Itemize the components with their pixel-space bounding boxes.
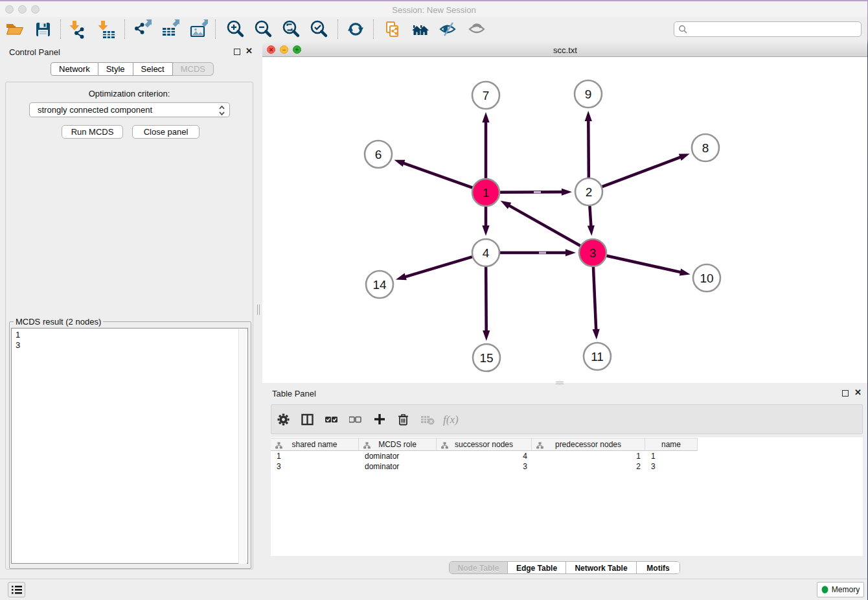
control-panel-tab-style[interactable]: Style	[98, 62, 133, 76]
cell-predecessor-nodes[interactable]: 2	[532, 461, 645, 472]
tree-hierarchy-icon	[536, 442, 543, 451]
edge-3-10[interactable]	[606, 256, 690, 276]
edge-label-4-3	[539, 252, 546, 254]
node-label-9: 9	[585, 87, 592, 101]
edge-4-15[interactable]	[483, 267, 490, 341]
table-tab-motifs[interactable]: Motifs	[637, 562, 680, 574]
column-header-MCDS-role[interactable]: MCDS role	[359, 438, 437, 451]
deselect-all-check-button[interactable]	[343, 408, 367, 431]
cell-MCDS-role[interactable]: dominator	[359, 451, 437, 461]
control-panel-close-button[interactable]: ✕	[246, 48, 253, 54]
control-panel-tab-mcds[interactable]: MCDS	[173, 62, 214, 76]
cell-name[interactable]: 3	[645, 461, 698, 472]
edge-3-11[interactable]	[593, 267, 600, 340]
graph-node-3[interactable]: 3	[579, 239, 606, 266]
node-label-7: 7	[483, 89, 490, 102]
task-history-button[interactable]	[8, 582, 25, 597]
graph-node-1[interactable]: 1	[472, 179, 499, 206]
graph-node-10[interactable]: 10	[693, 264, 720, 292]
table-row-3[interactable]: 3dominator323	[271, 461, 698, 472]
show-graphics-details-button[interactable]	[466, 18, 489, 40]
cell-successor-nodes[interactable]: 3	[437, 461, 532, 472]
table-row-1[interactable]: 1dominator411	[271, 451, 698, 461]
cell-shared-name[interactable]: 3	[271, 461, 359, 472]
cell-name[interactable]: 1	[645, 451, 698, 461]
edge-3-1[interactable]	[501, 201, 580, 246]
graph-node-6[interactable]: 6	[365, 141, 392, 168]
table-tab-node-table[interactable]: Node Table	[450, 562, 508, 574]
graph-node-14[interactable]: 14	[366, 271, 393, 298]
edge-1-6[interactable]	[394, 160, 472, 188]
save-session-button[interactable]	[31, 18, 54, 40]
control-panel-tab-network[interactable]: Network	[51, 62, 98, 76]
search-input[interactable]	[688, 25, 850, 34]
add-column-button[interactable]	[367, 408, 391, 431]
zoom-out-button[interactable]	[251, 18, 275, 40]
table-tab-network-table[interactable]: Network Table	[566, 562, 637, 574]
table-tab-edge-table[interactable]: Edge Table	[508, 562, 566, 574]
edge-2-3[interactable]	[588, 206, 595, 236]
control-panel-float-button[interactable]	[234, 49, 240, 55]
graph-node-11[interactable]: 11	[584, 343, 611, 370]
hide-panels-button[interactable]	[437, 18, 460, 40]
mcds-result-list[interactable]: 13	[11, 328, 248, 564]
graph-node-15[interactable]: 15	[473, 344, 500, 371]
search-icon	[678, 25, 688, 34]
export-table-button[interactable]	[158, 18, 181, 40]
column-header-predecessor-nodes[interactable]: predecessor nodes	[532, 438, 645, 451]
edge-4-3[interactable]	[500, 249, 576, 256]
graph-node-8[interactable]: 8	[692, 134, 719, 161]
edge-2-9[interactable]	[585, 111, 592, 178]
cell-successor-nodes[interactable]: 4	[437, 451, 532, 461]
export-image-button[interactable]	[187, 18, 210, 40]
vertical-splitter-grip2[interactable]	[259, 305, 260, 315]
result-scrollbar[interactable]	[238, 329, 247, 564]
edge-2-8[interactable]	[602, 154, 690, 187]
table-panel-float-button[interactable]	[842, 390, 849, 397]
graph-node-2[interactable]: 2	[575, 178, 602, 205]
optimization-criterion-label: Optimization criterion:	[6, 89, 253, 98]
zoom-fit-icon	[281, 19, 301, 39]
memory-button[interactable]: Memory	[817, 582, 864, 597]
apply-layout-button[interactable]	[344, 18, 367, 40]
graph-node-7[interactable]: 7	[472, 82, 499, 109]
open-session-button[interactable]	[3, 18, 26, 40]
search-box[interactable]	[674, 21, 862, 37]
cell-MCDS-role[interactable]: dominator	[359, 461, 437, 472]
cell-predecessor-nodes[interactable]: 1	[532, 451, 645, 461]
function-builder-icon: f(x)	[442, 412, 461, 426]
zoom-in-button[interactable]	[223, 18, 247, 40]
table-settings-button[interactable]	[271, 408, 295, 431]
zoom-selected-button[interactable]	[307, 18, 330, 40]
table-panel-close-button[interactable]: ✕	[854, 389, 862, 396]
horizontal-splitter-grip[interactable]	[556, 382, 564, 382]
graph-node-9[interactable]: 9	[575, 80, 602, 108]
edge-1-4[interactable]	[482, 207, 489, 236]
edge-4-14[interactable]	[396, 257, 472, 280]
column-layout-button[interactable]	[295, 408, 319, 431]
cell-shared-name[interactable]: 1	[271, 451, 359, 461]
select-all-check-button[interactable]	[319, 408, 343, 431]
control-panel-tab-select[interactable]: Select	[133, 62, 173, 76]
export-network-button[interactable]	[130, 18, 154, 40]
show-welcome-button[interactable]	[408, 18, 431, 40]
delete-column-button[interactable]	[391, 408, 415, 431]
network-canvas[interactable]: 1 2 3 4 6 7 8 9 10 11 14 15	[262, 57, 868, 383]
run-mcds-button[interactable]: Run MCDS	[62, 125, 123, 139]
horizontal-splitter-grip2[interactable]	[556, 384, 564, 384]
node-label-3: 3	[589, 246, 597, 260]
import-network-button[interactable]	[67, 18, 90, 40]
column-header-name[interactable]: name	[645, 438, 698, 451]
clone-network-button[interactable]	[380, 18, 404, 40]
column-header-successor-nodes[interactable]: successor nodes	[437, 438, 532, 451]
network-window-title: scc.txt	[262, 45, 868, 55]
close-panel-button[interactable]: Close panel	[132, 125, 200, 139]
import-table-button[interactable]	[95, 18, 119, 40]
edge-1-7[interactable]	[482, 112, 489, 178]
criterion-dropdown[interactable]: strongly connected component	[29, 102, 230, 117]
toolbar-separator	[337, 19, 338, 39]
graph-node-4[interactable]: 4	[472, 239, 499, 266]
column-header-shared-name[interactable]: shared name	[271, 438, 359, 451]
vertical-splitter-grip[interactable]	[257, 305, 258, 315]
zoom-fit-button[interactable]	[279, 18, 303, 40]
